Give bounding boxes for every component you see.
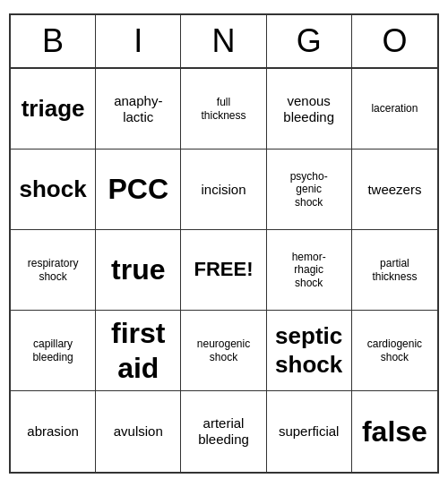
bingo-cell: incision [181, 150, 266, 230]
bingo-cell: cardiogenic shock [352, 311, 437, 391]
bingo-cell: septic shock [267, 311, 352, 391]
bingo-header: BINGO [11, 15, 437, 69]
bingo-cell: first aid [96, 311, 181, 391]
header-letter: N [181, 15, 266, 67]
cell-text: triage [22, 95, 85, 123]
cell-text: false [362, 414, 427, 449]
bingo-cell: tweezers [352, 150, 437, 230]
cell-text: psycho- genic shock [290, 170, 328, 209]
cell-text: superficial [279, 423, 340, 440]
cell-text: hemor- rhagic shock [292, 251, 326, 289]
cell-text: arterial bleeding [198, 415, 249, 448]
bingo-cell: partial thickness [352, 230, 437, 311]
header-letter: I [96, 15, 181, 67]
cell-text: septic shock [275, 322, 342, 378]
cell-text: capillary bleeding [32, 337, 73, 363]
header-letter: G [267, 15, 352, 67]
cell-text: avulsion [114, 423, 163, 440]
bingo-cell: capillary bleeding [11, 311, 96, 391]
bingo-cell: full thickness [181, 69, 266, 150]
header-letter: O [352, 15, 437, 67]
bingo-cell: PCC [96, 150, 181, 230]
bingo-cell: hemor- rhagic shock [267, 230, 352, 311]
bingo-cell: arterial bleeding [181, 391, 266, 472]
bingo-card: BINGO triageanaphy- lacticfull thickness… [9, 13, 439, 474]
cell-text: anaphy- lactic [114, 93, 162, 125]
bingo-cell: anaphy- lactic [96, 69, 181, 150]
cell-text: partial thickness [372, 257, 417, 283]
cell-text: cardiogenic shock [367, 337, 422, 363]
bingo-cell: laceration [352, 69, 437, 150]
bingo-cell: true [96, 230, 181, 311]
cell-text: FREE! [194, 258, 253, 281]
bingo-cell: FREE! [181, 230, 266, 311]
cell-text: PCC [108, 172, 169, 206]
cell-text: respiratory shock [28, 257, 79, 283]
cell-text: first aid [111, 316, 165, 385]
bingo-cell: triage [11, 69, 96, 150]
bingo-cell: avulsion [96, 391, 181, 472]
cell-text: true [111, 252, 165, 286]
cell-text: venous bleeding [283, 93, 334, 125]
bingo-cell: respiratory shock [11, 230, 96, 311]
cell-text: incision [201, 182, 246, 198]
bingo-cell: superficial [267, 391, 352, 472]
cell-text: neurogenic shock [197, 337, 250, 363]
bingo-grid: triageanaphy- lacticfull thicknessvenous… [11, 69, 437, 472]
cell-text: tweezers [367, 182, 421, 198]
bingo-cell: shock [11, 150, 96, 230]
bingo-cell: venous bleeding [267, 69, 352, 150]
cell-text: full thickness [201, 96, 246, 122]
cell-text: abrasion [27, 423, 79, 440]
bingo-cell: neurogenic shock [181, 311, 266, 391]
bingo-cell: false [352, 391, 437, 472]
cell-text: shock [20, 175, 87, 203]
bingo-cell: abrasion [11, 391, 96, 472]
bingo-cell: psycho- genic shock [267, 150, 352, 230]
cell-text: laceration [371, 102, 418, 115]
header-letter: B [11, 15, 96, 67]
